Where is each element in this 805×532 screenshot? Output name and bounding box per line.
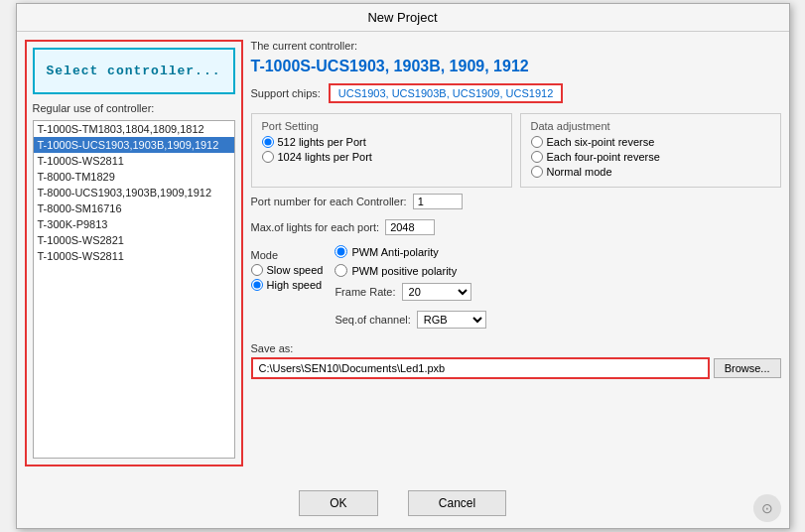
left-panel: Select controller... Regular use of cont… bbox=[25, 40, 243, 466]
normal-mode-option[interactable]: Normal mode bbox=[531, 166, 770, 178]
frame-rate-select[interactable]: 20 25 30 40 50 bbox=[402, 283, 471, 301]
mode-title: Mode bbox=[251, 249, 324, 261]
right-options: PWM Anti-polarity PWM positive polarity … bbox=[331, 245, 485, 332]
controller-name: T-1000S-UCS1903, 1903B, 1909, 1912 bbox=[251, 58, 781, 75]
max-lights-value: 2048 bbox=[385, 219, 435, 235]
mode-box: Mode Slow speed High speed bbox=[251, 245, 324, 332]
slow-speed-radio[interactable] bbox=[251, 264, 263, 276]
four-point-radio[interactable] bbox=[531, 151, 543, 163]
frame-rate-row: Frame Rate: 20 25 30 40 50 bbox=[335, 283, 485, 301]
pwm-anti-option[interactable]: PWM Anti-polarity bbox=[335, 245, 485, 258]
port-number-row: Port number for each Controller: 1 bbox=[251, 194, 781, 209]
pwm-positive-option[interactable]: PWM positive polarity bbox=[335, 264, 485, 277]
status-icon-symbol: ⊙ bbox=[761, 500, 773, 516]
normal-mode-label: Normal mode bbox=[547, 166, 612, 178]
six-point-label: Each six-point reverse bbox=[547, 136, 655, 148]
list-item[interactable]: T-8000-UCS1903,1903B,1909,1912 bbox=[34, 185, 234, 200]
port-512-label: 512 lights per Port bbox=[278, 136, 366, 148]
support-chips-value: UCS1903, UCS1903B, UCS1909, UCS1912 bbox=[329, 83, 563, 103]
port-setting-box: Port Setting 512 lights per Port 1024 li… bbox=[251, 113, 512, 188]
pwm-positive-radio[interactable] bbox=[335, 264, 347, 277]
data-adjustment-box: Data adjustment Each six-point reverse E… bbox=[520, 113, 781, 188]
high-speed-label: High speed bbox=[267, 279, 323, 291]
settings-row: Port Setting 512 lights per Port 1024 li… bbox=[251, 113, 781, 188]
four-point-label: Each four-point reverse bbox=[547, 151, 660, 163]
support-chips-label: Support chips: bbox=[251, 87, 321, 99]
list-item[interactable]: T-8000-TM1829 bbox=[34, 169, 234, 185]
seq-channel-select[interactable]: RGB RBG GRB GBR BRG BGR bbox=[417, 311, 486, 329]
port-1024-label: 1024 lights per Port bbox=[278, 151, 372, 163]
save-as-label: Save as: bbox=[251, 342, 781, 354]
right-panel: The current controller: T-1000S-UCS1903,… bbox=[251, 40, 781, 466]
save-as-row: Browse... bbox=[251, 357, 781, 379]
six-point-option[interactable]: Each six-point reverse bbox=[531, 136, 770, 148]
cancel-button[interactable]: Cancel bbox=[408, 490, 506, 516]
pwm-anti-label: PWM Anti-polarity bbox=[351, 246, 438, 258]
max-lights-row: Max.of lights for each port: 2048 bbox=[251, 219, 781, 235]
normal-mode-radio[interactable] bbox=[531, 166, 543, 178]
mode-pwm-row: Mode Slow speed High speed PWM Anti-pola… bbox=[251, 245, 781, 332]
list-item[interactable]: T-1000S-WS2811 bbox=[34, 248, 234, 264]
port-number-value: 1 bbox=[413, 194, 463, 209]
status-icon: ⊙ bbox=[753, 494, 781, 522]
slow-speed-option[interactable]: Slow speed bbox=[251, 264, 324, 276]
dialog-title: New Project bbox=[17, 4, 789, 32]
browse-button[interactable]: Browse... bbox=[714, 358, 781, 378]
six-point-radio[interactable] bbox=[531, 136, 543, 148]
port-1024-radio[interactable] bbox=[262, 151, 274, 163]
list-item[interactable]: T-1000S-UCS1903,1903B,1909,1912 bbox=[34, 137, 234, 153]
list-item[interactable]: T-1000S-WS2811 bbox=[34, 153, 234, 169]
select-controller-button[interactable]: Select controller... bbox=[33, 48, 235, 94]
dialog-footer: OK Cancel bbox=[17, 478, 789, 528]
max-lights-label: Max.of lights for each port: bbox=[251, 221, 380, 233]
high-speed-option[interactable]: High speed bbox=[251, 279, 324, 291]
controller-list: T-1000S-TM1803,1804,1809,1812 T-1000S-UC… bbox=[33, 120, 235, 459]
pwm-positive-label: PWM positive polarity bbox=[351, 265, 457, 277]
list-item[interactable]: T-8000-SM16716 bbox=[34, 200, 234, 216]
port-1024-option[interactable]: 1024 lights per Port bbox=[262, 151, 501, 163]
frame-rate-label: Frame Rate: bbox=[335, 286, 395, 298]
data-adjustment-title: Data adjustment bbox=[531, 120, 770, 132]
port-512-radio[interactable] bbox=[262, 136, 274, 148]
seq-channel-label: Seq.of channel: bbox=[335, 314, 410, 326]
port-512-option[interactable]: 512 lights per Port bbox=[262, 136, 501, 148]
save-as-section: Save as: Browse... bbox=[251, 342, 781, 379]
list-item[interactable]: T-1000S-WS2821 bbox=[34, 232, 234, 248]
port-setting-title: Port Setting bbox=[262, 120, 501, 132]
port-number-label: Port number for each Controller: bbox=[251, 196, 407, 207]
regular-use-label: Regular use of controller: bbox=[33, 102, 235, 114]
four-point-option[interactable]: Each four-point reverse bbox=[531, 151, 770, 163]
list-item[interactable]: T-300K-P9813 bbox=[34, 216, 234, 232]
list-item[interactable]: T-1000S-TM1803,1804,1809,1812 bbox=[34, 121, 234, 137]
new-project-dialog: New Project Select controller... Regular… bbox=[16, 3, 790, 529]
ok-button[interactable]: OK bbox=[299, 490, 378, 516]
pwm-anti-radio[interactable] bbox=[335, 245, 347, 258]
slow-speed-label: Slow speed bbox=[267, 264, 324, 276]
save-path-input[interactable] bbox=[251, 357, 710, 379]
high-speed-radio[interactable] bbox=[251, 279, 263, 291]
support-chips-row: Support chips: UCS1903, UCS1903B, UCS190… bbox=[251, 83, 781, 103]
current-controller-label: The current controller: bbox=[251, 40, 781, 52]
seq-channel-row: Seq.of channel: RGB RBG GRB GBR BRG BGR bbox=[335, 311, 485, 329]
